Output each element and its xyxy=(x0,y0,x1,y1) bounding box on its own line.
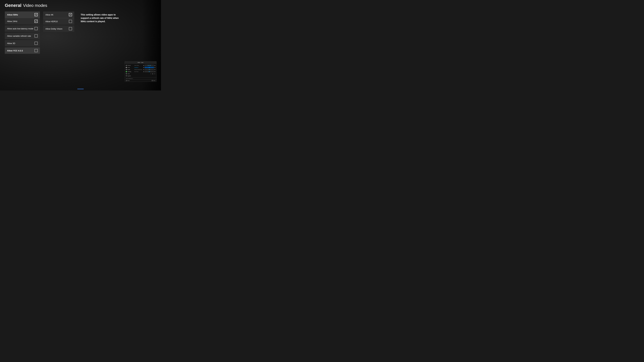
osd-footer: Save Settings to... xyxy=(125,77,156,79)
allow-3d-label: Allow 3D xyxy=(7,42,15,44)
gaming-icon xyxy=(126,71,127,72)
sidebar-item-allow-50hz[interactable]: Allow 50Hz xyxy=(5,11,40,18)
allow-4k-checkbox[interactable] xyxy=(69,13,72,16)
osd-body: Picture Over Drive ◀ Normal ▶ Color Free… xyxy=(125,64,156,77)
right-arrow-4-icon: ▶ xyxy=(154,71,156,72)
system-icon xyxy=(126,75,127,76)
osd-row-gaming: Gaming Aim Point ◀ Off ▶ xyxy=(126,70,156,73)
page-title: General Video modes xyxy=(5,3,156,8)
osd-nav-move: ✦ Move xyxy=(126,80,130,81)
left-arrow-icon: ◀ xyxy=(143,65,144,66)
allow-auto-low-latency-checkbox[interactable] xyxy=(34,27,38,30)
sidebar-item-allow-hdr10[interactable]: Allow HDR10 xyxy=(43,18,74,24)
allow-ycc-label: Allow YCC 4:2:2 xyxy=(7,49,23,52)
allow-24hz-checkbox[interactable] xyxy=(34,20,38,23)
right-arrow-2-icon: ▶ xyxy=(154,67,156,68)
move-icon: ✦ xyxy=(126,80,127,81)
info-panel: This setting allows video apps to suppor… xyxy=(78,11,124,25)
circle-icon-1: ○ xyxy=(150,73,151,74)
right-arrow-icon: ▶ xyxy=(154,65,156,66)
main-layout: Allow 50Hz Allow 24Hz Allow auto low-lat… xyxy=(5,11,156,54)
sidebar-item-allow-3d[interactable]: Allow 3D xyxy=(5,40,40,46)
color-icon xyxy=(126,67,127,68)
osd-row-audio: Audio Refresh Rate Num ◀ Off ▶ xyxy=(126,68,156,70)
right-arrow-3-icon: ▶ xyxy=(154,69,156,70)
osd-title: Moto - User xyxy=(125,61,156,64)
bottom-indicator xyxy=(77,89,84,89)
allow-24hz-label: Allow 24Hz xyxy=(7,20,18,22)
allow-4k-label: Allow 4K xyxy=(45,13,54,16)
left-arrow-3-icon: ◀ xyxy=(143,69,144,70)
monitor-osd: Moto - User Picture Over Drive ◀ Normal … xyxy=(124,61,156,82)
crosshair-icon: ⊹ xyxy=(154,73,156,74)
picture-icon xyxy=(126,65,127,66)
allow-auto-low-latency-label: Allow auto low-latency mode xyxy=(7,27,34,30)
allow-3d-checkbox[interactable] xyxy=(34,42,38,45)
allow-dolby-vision-checkbox[interactable] xyxy=(69,27,72,30)
osd-icon xyxy=(126,73,127,74)
audio-icon xyxy=(126,69,127,70)
top-group-left: Allow 50Hz Allow 24Hz xyxy=(5,11,40,24)
sidebar-item-allow-24hz[interactable]: Allow 24Hz xyxy=(5,18,40,24)
allow-ycc-checkbox[interactable] xyxy=(34,49,38,52)
sidebar-item-allow-auto-low-latency[interactable]: Allow auto low-latency mode xyxy=(5,25,40,32)
mid-top-group: Allow 4K Allow HDR10 xyxy=(43,11,74,24)
sidebar-item-allow-ycc[interactable]: Allow YCC 4:2:2 xyxy=(5,47,40,54)
osd-nav-move-label: Move xyxy=(127,80,130,81)
title-section: Video modes xyxy=(23,3,47,8)
enter-icon: ↵ xyxy=(152,80,153,81)
osd-row-osd: OSD ○ ◎ ⊹ xyxy=(126,73,156,75)
osd-save-text: Save Settings to... xyxy=(126,78,134,79)
osd-nav-enter: ↵ Enter xyxy=(152,80,156,81)
allow-dolby-vision-label: Allow Dolby Vision xyxy=(45,28,62,30)
info-text: This setting allows video apps to suppor… xyxy=(81,13,120,23)
osd-row-system: System xyxy=(126,75,156,77)
allow-hdr10-label: Allow HDR10 xyxy=(45,20,58,23)
sidebar-item-allow-dolby-vision[interactable]: Allow Dolby Vision xyxy=(43,25,74,32)
allow-50hz-checkbox[interactable] xyxy=(34,13,38,16)
osd-row-color: Color FreeSync ◀ Off ▶ xyxy=(126,66,156,68)
middle-column: Allow 4K Allow HDR10 Allow Dolby Vision xyxy=(43,11,74,32)
osd-nav-bar: ✦ Move ↵ Enter xyxy=(125,79,156,81)
allow-variable-refresh-label: Allow variable refresh rate xyxy=(7,35,31,37)
allow-variable-refresh-checkbox[interactable] xyxy=(34,34,38,37)
circle-icon-2: ◎ xyxy=(152,73,153,74)
left-column: Allow 50Hz Allow 24Hz Allow auto low-lat… xyxy=(5,11,40,54)
allow-hdr10-checkbox[interactable] xyxy=(69,20,72,23)
osd-nav-enter-label: Enter xyxy=(153,80,156,81)
allow-50hz-label: Allow 50Hz xyxy=(7,13,18,16)
left-arrow-2-icon: ◀ xyxy=(143,67,144,68)
osd-row-picture: Picture Over Drive ◀ Normal ▶ xyxy=(126,64,156,66)
left-arrow-4-icon: ◀ xyxy=(143,71,144,72)
title-general: General xyxy=(5,3,22,8)
sidebar-item-allow-4k[interactable]: Allow 4K xyxy=(43,11,74,18)
sidebar-item-allow-variable-refresh[interactable]: Allow variable refresh rate xyxy=(5,33,40,39)
